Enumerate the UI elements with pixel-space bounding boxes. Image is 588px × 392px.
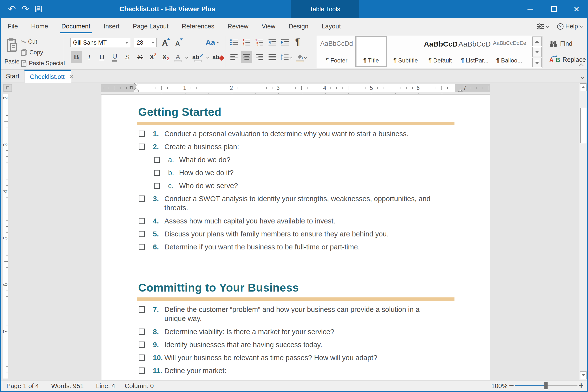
vertical-scrollbar[interactable] — [580, 83, 587, 380]
maximize-button[interactable] — [544, 0, 564, 18]
grow-font-button[interactable]: A — [159, 37, 170, 49]
tab-close-icon[interactable]: ✕ — [69, 74, 74, 80]
horizontal-ruler[interactable]: 1234567 — [101, 84, 490, 92]
align-right-button[interactable] — [254, 51, 265, 63]
show-formatting-button[interactable]: ¶ — [292, 36, 303, 48]
gallery-more-button[interactable] — [532, 58, 542, 68]
undo-icon[interactable]: ↶ — [6, 0, 18, 18]
paste-special-button[interactable]: Paste Special — [20, 58, 65, 68]
bullet-list-button[interactable] — [228, 36, 240, 48]
font-color-dropdown[interactable] — [184, 51, 190, 63]
align-center-button[interactable] — [241, 51, 252, 63]
checkbox-icon[interactable] — [154, 183, 160, 189]
active-document-tab[interactable]: Checklist.ott ✕ — [24, 70, 71, 83]
justify-button[interactable] — [266, 51, 278, 63]
checkbox-icon[interactable] — [139, 328, 145, 335]
menu-tab-review[interactable]: Review — [221, 18, 255, 34]
zoom-out-button[interactable]: − — [509, 380, 514, 391]
scroll-up-button[interactable] — [580, 83, 586, 91]
checkbox-icon[interactable] — [139, 354, 145, 361]
checkbox-icon[interactable] — [154, 170, 160, 176]
table-tools-tab[interactable]: Table Tools — [291, 0, 359, 18]
checkbox-icon[interactable] — [139, 196, 145, 202]
superscript-button[interactable]: X 2 — [147, 51, 158, 63]
menu-tab-view[interactable]: View — [255, 18, 282, 34]
checkbox-icon[interactable] — [139, 130, 145, 137]
save-icon[interactable] — [32, 0, 44, 18]
checkbox-icon[interactable] — [139, 368, 145, 374]
minimize-button[interactable] — [520, 0, 541, 18]
font-size-combobox[interactable]: 28 — [134, 38, 156, 47]
italic-button[interactable]: I — [84, 51, 95, 63]
shrink-font-button[interactable]: A — [172, 38, 183, 49]
menu-tab-insert[interactable]: Insert — [97, 18, 126, 34]
highlight-button[interactable]: ab — [192, 51, 204, 63]
ribbon-options-icon[interactable] — [537, 23, 549, 30]
change-case-button[interactable]: Aa — [203, 36, 222, 48]
vertical-ruler[interactable]: 234567 — [3, 94, 8, 378]
menu-tab-page-layout[interactable]: Page Layout — [126, 18, 175, 34]
subscript-button[interactable]: X 2 — [160, 51, 171, 63]
right-indent-marker[interactable] — [458, 88, 463, 92]
menu-tab-document[interactable]: Document — [55, 18, 97, 34]
indent-markers-icon[interactable] — [134, 83, 139, 94]
double-underline-button[interactable]: U — [109, 51, 120, 63]
menu-tab-file[interactable]: File — [1, 18, 24, 34]
checkbox-icon[interactable] — [139, 342, 145, 348]
copy-button[interactable]: Copy — [20, 48, 43, 57]
checkbox-icon[interactable] — [139, 244, 145, 250]
align-left-button[interactable] — [228, 51, 240, 63]
zoom-in-button[interactable]: + — [579, 380, 584, 391]
scrollbar-thumb[interactable] — [580, 108, 586, 143]
document-page[interactable]: Getting Started1.Conduct a personal eval… — [101, 94, 490, 380]
item-text-line: Determine if you want the business to be… — [164, 242, 360, 251]
style-item-default[interactable]: AaBbCcD¶ Default — [423, 36, 458, 67]
collapse-ribbon-button[interactable] — [578, 62, 584, 68]
line-spacing-button[interactable] — [279, 51, 293, 63]
increase-indent-button[interactable] — [279, 36, 290, 48]
font-family-combobox[interactable]: Gill Sans MT — [70, 38, 130, 47]
menu-tab-home[interactable]: Home — [24, 18, 55, 34]
strikethrough-button[interactable]: S — [122, 51, 133, 63]
numbered-list-button[interactable]: 123 — [241, 36, 252, 48]
underline-button[interactable]: U — [96, 51, 108, 63]
style-item-subtitle[interactable]: ¶ Subtitle — [388, 36, 423, 67]
left-tab-stop-marker[interactable] — [130, 86, 132, 89]
checkbox-icon[interactable] — [139, 144, 145, 150]
shading-button[interactable] — [295, 51, 308, 63]
menu-tab-layout[interactable]: Layout — [315, 18, 348, 34]
zoom-slider-thumb[interactable] — [544, 382, 548, 389]
menu-tab-references[interactable]: References — [175, 18, 221, 34]
style-item-listpar[interactable]: AaBbCcD¶ ListPar... — [458, 36, 492, 67]
tab-selector-box[interactable] — [4, 84, 12, 92]
highlight-dropdown[interactable] — [204, 51, 211, 63]
checkbox-icon[interactable] — [154, 157, 160, 163]
menu-tab-design[interactable]: Design — [282, 18, 315, 34]
cut-button[interactable]: ✂ Cut — [20, 37, 37, 46]
help-button[interactable]: ? Help — [557, 23, 582, 30]
zoom-slider-track-right[interactable] — [548, 385, 578, 386]
close-button[interactable]: ✕ — [566, 0, 587, 18]
ruler-tick — [156, 87, 156, 89]
multilevel-list-button[interactable]: 1ai — [254, 36, 265, 48]
gallery-scroll-up-button[interactable] — [532, 36, 542, 46]
redo-icon[interactable]: ↷ — [19, 0, 31, 18]
decrease-indent-button[interactable] — [266, 36, 278, 48]
style-item-footer[interactable]: AaBbCcDdE¶ Footer — [319, 36, 354, 67]
paste-button[interactable]: Paste — [4, 36, 20, 67]
bold-button[interactable]: B — [71, 51, 82, 63]
style-item-title[interactable]: ¶ Title — [354, 36, 388, 67]
scroll-down-button[interactable] — [580, 372, 586, 379]
checkbox-icon[interactable] — [139, 231, 145, 237]
checkbox-icon[interactable] — [139, 306, 145, 312]
style-item-balloo[interactable]: AaBbCcDdEe¶ Balloo... — [492, 36, 526, 67]
zoom-slider-track-left[interactable] — [515, 385, 545, 386]
double-strikethrough-button[interactable]: S — [134, 51, 146, 63]
checkbox-icon[interactable] — [139, 218, 145, 224]
gallery-scroll-down-button[interactable] — [532, 47, 542, 57]
clear-formatting-button[interactable]: ab — [212, 51, 224, 63]
start-tab[interactable]: Start — [1, 70, 24, 83]
tab-list-dropdown[interactable] — [582, 75, 584, 80]
find-button[interactable]: Find — [549, 40, 572, 48]
font-color-button[interactable]: A — [172, 51, 184, 63]
